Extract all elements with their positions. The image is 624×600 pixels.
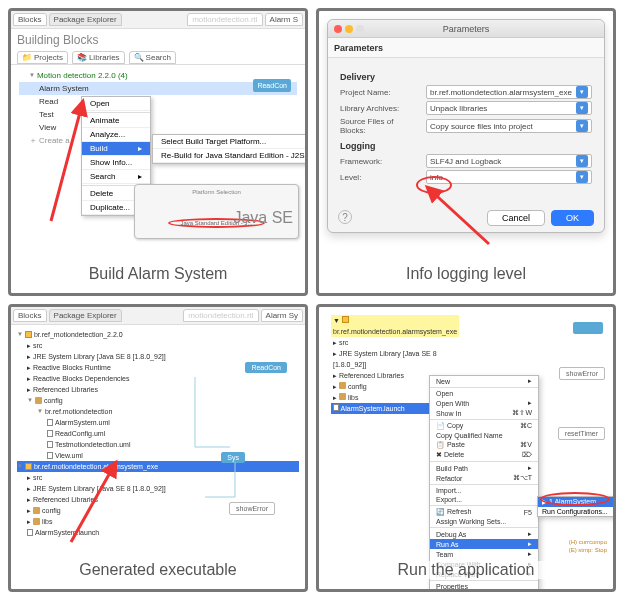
chevron-right-icon: ▸: [528, 540, 532, 548]
close-dot[interactable]: [334, 25, 342, 33]
ctx-build[interactable]: Build▸: [82, 142, 150, 156]
ctx-paste[interactable]: 📋 Paste⌘V: [430, 440, 538, 450]
tree-read-uml[interactable]: ReadConfig.uml: [17, 428, 299, 439]
canvas-resettimer[interactable]: resetTimer: [558, 427, 605, 440]
ctx-search[interactable]: Search▸: [82, 170, 150, 184]
project-name-field[interactable]: br.ref.motiondetection.alarmsystem_exe▾: [426, 85, 592, 99]
tree-src[interactable]: ▸ src: [331, 337, 459, 348]
keyboard-shortcut: ⌦: [522, 451, 532, 459]
chevron-right-icon: ▸: [528, 464, 532, 472]
tab-alarm[interactable]: Alarm S: [265, 13, 303, 26]
ctx-show-info[interactable]: Show Info...: [82, 156, 150, 170]
run-configurations[interactable]: Run Configurations...: [538, 507, 616, 516]
keyboard-shortcut: ⌘⌥T: [513, 474, 532, 482]
tab-motiondetection-file[interactable]: motiondetection.rtl: [187, 13, 262, 26]
minimize-dot[interactable]: [345, 25, 353, 33]
panel-caption: Run the application: [319, 561, 613, 579]
tree-project[interactable]: ▼ br.ref_motiondetection_2.2.0: [17, 329, 299, 340]
tree-exe-project[interactable]: ▼ br.ref.motiondetection.alarmsystem_exe: [17, 461, 299, 472]
tree-libs[interactable]: ▸ libs: [17, 516, 299, 527]
tree-jre2[interactable]: ▸ JRE System Library [Java SE 8 [1.8.0_9…: [17, 483, 299, 494]
folder-icon: [339, 393, 346, 400]
tree-reflibs[interactable]: ▸ Referenced Libraries: [17, 384, 299, 395]
canvas-readcon-block[interactable]: ReadCon: [253, 79, 291, 92]
tree-read[interactable]: Read: [19, 95, 297, 108]
ctx-show-in[interactable]: Show In⌘⇧W: [430, 408, 538, 418]
dialog-titlebar[interactable]: Parameters: [328, 20, 604, 38]
ctx-open[interactable]: Open: [430, 389, 538, 398]
canvas-showerror[interactable]: showError: [559, 367, 605, 380]
ctx-team[interactable]: Team▸: [430, 549, 538, 559]
help-button[interactable]: ?: [338, 210, 352, 224]
tree-src2[interactable]: ▸ src: [17, 472, 299, 483]
canvas-sys[interactable]: Sys: [221, 452, 245, 463]
ctx-new[interactable]: New▸: [430, 376, 538, 386]
dropdown-icon[interactable]: ▾: [576, 102, 588, 114]
tree-exe-project[interactable]: ▼ br.ref.motiondetection.alarmsystem_exe: [331, 315, 459, 337]
framework-label: Framework:: [340, 157, 420, 166]
panel-build-alarm: Blocks Package Explorer motiondetection.…: [8, 8, 308, 296]
ok-button[interactable]: OK: [551, 210, 594, 226]
ctx-copy-qn[interactable]: Copy Qualified Name: [430, 431, 538, 440]
file-icon: [47, 452, 53, 459]
subtab-search[interactable]: 🔍Search: [129, 51, 176, 64]
framework-field[interactable]: SLF4J and Logback▾: [426, 154, 592, 168]
panel-run-app: ▼ br.ref.motiondetection.alarmsystem_exe…: [316, 304, 616, 592]
tree-jre[interactable]: ▸ JRE System Library [Java SE 8 [1.8.0_9…: [331, 348, 459, 370]
source-files-field[interactable]: Copy source files into project▾: [426, 119, 592, 133]
submenu-select-platform[interactable]: Select Build Target Platform...: [153, 135, 308, 149]
tree-rdeps[interactable]: ▸ Reactive Blocks Dependencies: [17, 373, 299, 384]
tab-package-explorer[interactable]: Package Explorer: [49, 13, 122, 26]
ctx-open-with[interactable]: Open With▸: [430, 398, 538, 408]
tree-jre[interactable]: ▸ JRE System Library [Java SE 8 [1.8.0_9…: [17, 351, 299, 362]
canvas-showerror[interactable]: showError: [229, 502, 275, 515]
submenu-rebuild-j2se[interactable]: Re-Build for Java Standard Edition - J2S…: [153, 149, 308, 163]
canvas-block-a[interactable]: [573, 322, 603, 334]
ctx-open[interactable]: Open: [82, 97, 150, 111]
tab-alarm[interactable]: Alarm Sy: [261, 309, 303, 322]
keyboard-shortcut: ⌘V: [520, 441, 532, 449]
ctx-refactor[interactable]: Refactor⌘⌥T: [430, 473, 538, 483]
dropdown-icon[interactable]: ▾: [576, 155, 588, 167]
tree-src[interactable]: ▸ src: [17, 340, 299, 351]
ctx-copy[interactable]: 📄 Copy⌘C: [430, 421, 538, 431]
tab-blocks[interactable]: Blocks: [13, 309, 47, 322]
cancel-button[interactable]: Cancel: [487, 210, 545, 226]
ctx-build-path[interactable]: Build Path▸: [430, 463, 538, 473]
zoom-dot[interactable]: [356, 25, 364, 33]
ctx-import[interactable]: Import...: [430, 486, 538, 495]
dropdown-icon[interactable]: ▾: [576, 86, 588, 98]
canvas-readcon[interactable]: ReadCon: [245, 362, 287, 373]
tree-test[interactable]: Test: [19, 108, 297, 121]
dialog-title: Parameters: [443, 24, 490, 34]
ctx-assign-ws[interactable]: Assign Working Sets...: [430, 517, 538, 526]
tree-launch[interactable]: AlarmSystem.launch: [17, 527, 299, 538]
tab-motiondetection-file[interactable]: motiondetection.rtl: [183, 309, 258, 322]
tree-view[interactable]: View: [19, 121, 297, 134]
section-delivery: Delivery: [340, 72, 592, 82]
ctx-delete[interactable]: ✖ Delete⌦: [430, 450, 538, 460]
ctx-animate[interactable]: Animate: [82, 114, 150, 128]
ctx-refresh[interactable]: 🔄 RefreshF5: [430, 507, 538, 517]
ctx-run-as[interactable]: Run As▸: [430, 539, 538, 549]
tree-test-uml[interactable]: Testmotiondetection.uml: [17, 439, 299, 450]
keyboard-shortcut: ⌘⇧W: [512, 409, 532, 417]
editor-tabs: Blocks Package Explorer motiondetection.…: [11, 11, 305, 29]
ctx-debug-as[interactable]: Debug As▸: [430, 529, 538, 539]
ctx-analyze[interactable]: Analyze...: [82, 128, 150, 142]
tree-config[interactable]: ▼ config: [17, 395, 299, 406]
tree-view-uml[interactable]: View.uml: [17, 450, 299, 461]
tree-motion-pkg[interactable]: ▼ br.ref.motiondetection: [17, 406, 299, 417]
annotation-circle: [416, 176, 452, 194]
ctx-export[interactable]: Export...: [430, 495, 538, 504]
ctx-properties[interactable]: Properties: [430, 582, 538, 591]
library-archives-field[interactable]: Unpack libraries▾: [426, 101, 592, 115]
tab-blocks[interactable]: Blocks: [13, 13, 47, 26]
subtab-projects[interactable]: 📁Projects: [17, 51, 68, 64]
annotation-circle: [540, 492, 610, 506]
tab-package-explorer[interactable]: Package Explorer: [49, 309, 122, 322]
tree-alarm-uml[interactable]: AlarmSystem.uml: [17, 417, 299, 428]
dropdown-icon[interactable]: ▾: [576, 171, 588, 183]
subtab-libraries[interactable]: 📚Libraries: [72, 51, 125, 64]
dropdown-icon[interactable]: ▾: [576, 120, 588, 132]
